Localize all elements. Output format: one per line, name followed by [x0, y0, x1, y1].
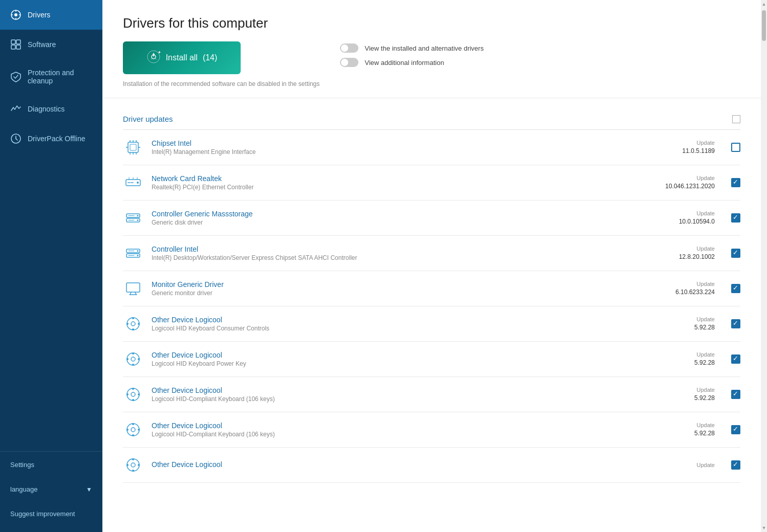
toggle-installed-drivers[interactable]	[340, 43, 358, 53]
update-label: Update	[694, 422, 715, 428]
driver-row: Controller IntelIntel(R) Desktop/Worksta…	[123, 236, 740, 271]
svg-point-57	[138, 358, 140, 360]
driver-checkbox[interactable]	[731, 425, 740, 434]
select-all-checkbox[interactable]	[732, 115, 740, 123]
driver-row: Monitor Generic DriverGeneric monitor dr…	[123, 271, 740, 306]
svg-point-1	[14, 13, 17, 16]
driver-update-info: Update10.0.10594.0	[679, 210, 715, 226]
svg-point-65	[131, 428, 135, 432]
driver-icon-storage	[123, 243, 143, 263]
driver-desc: Generic monitor driver	[152, 290, 667, 297]
chevron-down-icon: ▼	[86, 486, 92, 493]
sidebar-drivers-label: Drivers	[28, 11, 50, 19]
svg-rect-17	[130, 144, 136, 150]
update-version: 6.10.6233.224	[675, 289, 715, 296]
driver-row: Controller Generic MassstorageGeneric di…	[123, 201, 740, 236]
driver-checkbox[interactable]	[731, 143, 740, 152]
driver-info: Other Device Logicool	[152, 460, 689, 470]
driver-checkbox[interactable]	[731, 460, 740, 470]
driver-name: Monitor Generic Driver	[152, 280, 667, 289]
svg-rect-8	[11, 45, 15, 49]
page-title: Drivers for this computer	[123, 15, 740, 31]
driver-name: Chipset Intel	[152, 139, 674, 147]
sidebar-item-settings[interactable]: Settings	[0, 452, 102, 478]
scroll-down-arrow[interactable]: ▼	[761, 524, 767, 532]
driver-checkbox[interactable]	[731, 354, 740, 364]
driver-info: Monitor Generic DriverGeneric monitor dr…	[152, 280, 667, 297]
driver-desc: Realtek(R) PCI(e) Ethernet Controller	[152, 184, 657, 191]
update-label: Update	[675, 281, 715, 287]
driver-checkbox[interactable]	[731, 284, 740, 293]
svg-point-47	[131, 322, 135, 326]
update-version: 5.92.28	[694, 324, 715, 331]
toolbar: ✦ Install all (14) Installation of the r…	[123, 41, 740, 87]
svg-point-55	[132, 364, 134, 366]
driver-name: Controller Intel	[152, 245, 671, 253]
svg-point-70	[127, 459, 139, 471]
update-label: Update	[665, 175, 715, 181]
svg-point-62	[126, 393, 129, 395]
driver-name: Other Device Logicool	[152, 316, 686, 324]
svg-point-73	[132, 470, 134, 472]
driver-row: Chipset IntelIntel(R) Management Engine …	[123, 130, 740, 165]
driver-row: Network Card RealtekRealtek(R) PCI(e) Et…	[123, 165, 740, 201]
sidebar-item-suggest[interactable]: Suggest improvement	[0, 501, 102, 527]
svg-point-56	[126, 358, 129, 360]
sidebar-item-protection[interactable]: Protection and cleanup	[0, 59, 102, 94]
install-icon: ✦	[146, 50, 161, 66]
toggle-additional-info[interactable]	[340, 58, 358, 67]
sidebar: Drivers Software Protection and cleanup	[0, 0, 102, 532]
install-all-button[interactable]: ✦ Install all (14)	[123, 41, 241, 74]
driver-icon-other	[123, 349, 143, 369]
driver-desc: Intel(R) Management Engine Interface	[152, 148, 674, 156]
scroll-up-arrow[interactable]: ▲	[761, 0, 767, 8]
driver-icon-other	[123, 384, 143, 405]
svg-point-72	[132, 458, 134, 460]
update-version: 11.0.5.1189	[683, 147, 715, 154]
offline-icon	[10, 133, 22, 144]
driver-icon-network	[123, 172, 143, 193]
sidebar-item-language[interactable]: language ▼	[0, 478, 102, 501]
svg-point-39	[137, 255, 139, 256]
sidebar-item-offline[interactable]: DriverPack Offline	[0, 124, 102, 153]
svg-point-69	[138, 429, 140, 431]
driver-checkbox[interactable]	[731, 178, 740, 187]
driver-checkbox[interactable]	[731, 390, 740, 399]
scrollbar-thumb[interactable]	[762, 10, 766, 41]
driver-name: Other Device Logicool	[152, 351, 686, 359]
suggest-label: Suggest improvement	[10, 510, 75, 518]
svg-point-71	[131, 463, 135, 467]
main-header: Drivers for this computer ✦ Install all	[102, 0, 761, 98]
sidebar-item-diagnostics[interactable]: Diagnostics	[0, 94, 102, 124]
driver-name: Other Device Logicool	[152, 386, 686, 394]
driver-info: Other Device LogicoolLogicool HID Keyboa…	[152, 316, 686, 332]
driver-name: Other Device Logicool	[152, 460, 689, 469]
sidebar-item-drivers[interactable]: Drivers	[0, 0, 102, 30]
update-version: 10.046.1231.2020	[665, 183, 715, 190]
driver-info: Network Card RealtekRealtek(R) PCI(e) Et…	[152, 174, 657, 191]
update-version: 5.92.28	[694, 359, 715, 366]
driver-name: Network Card Realtek	[152, 174, 657, 183]
driver-update-info: Update11.0.5.1189	[683, 140, 715, 155]
svg-point-74	[126, 464, 129, 466]
svg-point-50	[126, 323, 129, 325]
sidebar-software-label: Software	[28, 40, 56, 49]
svg-point-75	[138, 464, 140, 466]
svg-point-67	[132, 434, 134, 436]
sidebar-offline-label: DriverPack Offline	[28, 135, 86, 143]
drivers-icon	[10, 9, 22, 20]
svg-point-48	[132, 317, 134, 319]
svg-point-54	[132, 352, 134, 354]
driver-desc: Logicool HID-Compliant Keyboard (106 key…	[152, 395, 686, 403]
svg-point-46	[127, 318, 139, 330]
sidebar-diagnostics-label: Diagnostics	[28, 105, 65, 113]
driver-desc: Logicool HID Keyboard Consumer Controls	[152, 325, 686, 332]
driver-checkbox[interactable]	[731, 319, 740, 328]
update-label: Update	[679, 246, 715, 252]
diagnostics-icon	[10, 103, 22, 115]
sidebar-item-software[interactable]: Software	[0, 30, 102, 59]
driver-info: Other Device LogicoolLogicool HID Keyboa…	[152, 351, 686, 367]
driver-checkbox[interactable]	[731, 213, 740, 223]
scrollbar[interactable]: ▲ ▼	[761, 0, 767, 532]
driver-checkbox[interactable]	[731, 249, 740, 258]
